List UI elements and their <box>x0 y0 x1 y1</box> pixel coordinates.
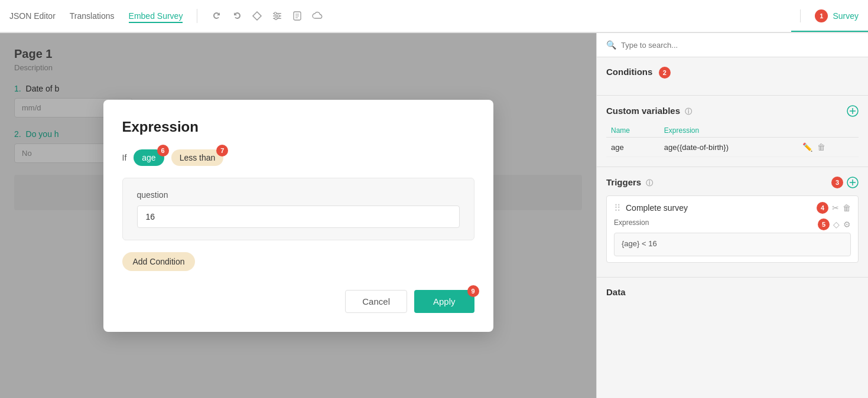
badge-4: 4 <box>817 202 828 214</box>
cv-expression: age({date-of-birth}) <box>659 138 798 157</box>
triggers-title: Triggers ⓘ <box>606 177 653 188</box>
translations-tab[interactable]: Translations <box>70 9 115 23</box>
toolbar-divider <box>197 9 197 23</box>
svg-point-4 <box>277 15 279 17</box>
canvas: Page 1 Description 1. Date of b mm/d 2. … <box>0 33 596 398</box>
expression-modal: Expression If age 6 Less than 7 question <box>103 100 493 332</box>
cv-table: Name Expression age age({date-of-birth})… <box>606 124 859 157</box>
cv-header: Custom variables ⓘ <box>606 105 859 117</box>
trigger-sub-actions: 5 ◇ ⚙ <box>818 218 851 230</box>
cv-title: Custom variables ⓘ <box>606 106 692 117</box>
expression-label: Expression <box>614 218 649 227</box>
triggers-header: Triggers ⓘ 3 <box>606 177 859 188</box>
redo-button[interactable] <box>232 11 242 21</box>
survey-underline <box>791 31 868 32</box>
toolbar-icons <box>212 11 324 21</box>
trigger-actions: 4 ✂ 🗑 <box>817 202 851 214</box>
filter-button[interactable] <box>272 11 282 21</box>
trigger-header: ⠿ Complete survey 4 ✂ 🗑 <box>614 202 851 214</box>
apply-button[interactable]: Apply 9 <box>414 290 474 313</box>
less-than-tag[interactable]: Less than 7 <box>171 149 224 166</box>
embed-survey-tab[interactable]: Embed Survey <box>129 9 183 23</box>
trigger-edit-button[interactable]: ✂ <box>832 202 839 214</box>
toolbar-right: 1 Survey <box>800 9 859 22</box>
toolbar-left: JSON Editor Translations Embed Survey <box>9 9 788 23</box>
badge-7: 7 <box>216 145 228 156</box>
modal-footer: Cancel Apply 9 <box>122 290 474 313</box>
json-editor-tab[interactable]: JSON Editor <box>9 9 56 23</box>
search-bar: 🔍 <box>597 33 868 57</box>
badge-5: 5 <box>818 218 830 230</box>
cv-edit-button[interactable]: ✏️ <box>802 142 812 152</box>
expression-sub-row: Expression 5 ◇ ⚙ <box>614 218 851 230</box>
modal-if-row: If age 6 Less than 7 <box>122 149 474 166</box>
data-title: Data <box>606 287 859 297</box>
search-icon: 🔍 <box>606 40 616 50</box>
col-name: Name <box>606 124 659 138</box>
cv-delete-button[interactable]: 🗑 <box>817 142 825 152</box>
cv-info-icon[interactable]: ⓘ <box>685 107 692 116</box>
right-panel: 🔍 Conditions 2 Custom variables ⓘ <box>596 33 868 398</box>
main-area: Page 1 Description 1. Date of b mm/d 2. … <box>0 33 868 398</box>
add-trigger-button[interactable] <box>847 177 859 188</box>
toolbar: JSON Editor Translations Embed Survey <box>0 0 868 33</box>
book-button[interactable] <box>292 11 303 21</box>
add-condition-button[interactable]: Add Condition <box>122 252 196 271</box>
badge-6: 6 <box>157 145 169 156</box>
if-label: If <box>122 153 127 162</box>
condition-label: question <box>137 190 460 200</box>
badge-2: 2 <box>659 67 671 79</box>
survey-badge: 1 <box>815 9 828 22</box>
conditions-section: Conditions 2 <box>597 57 868 96</box>
cv-actions: ✏️ 🗑 <box>802 142 854 152</box>
expression-clear-button[interactable]: ◇ <box>833 218 840 230</box>
cv-row: age age({date-of-birth}) ✏️ 🗑 <box>606 138 859 157</box>
col-expression: Expression <box>659 124 798 138</box>
add-variable-button[interactable] <box>847 105 859 117</box>
trigger-name: Complete survey <box>626 203 812 213</box>
custom-variables-section: Custom variables ⓘ Name Expression <box>597 96 868 167</box>
condition-input[interactable] <box>137 205 460 228</box>
clear-button[interactable] <box>252 11 262 21</box>
cloud-button[interactable] <box>312 11 324 21</box>
conditions-title: Conditions <box>606 67 652 77</box>
modal-title: Expression <box>122 119 474 135</box>
search-input[interactable] <box>621 41 859 50</box>
expression-value: {age} < 16 <box>614 233 851 256</box>
triggers-info-icon[interactable]: ⓘ <box>646 179 653 187</box>
undo-button[interactable] <box>212 11 222 21</box>
survey-label: Survey <box>833 11 859 21</box>
condition-box: question <box>122 178 474 240</box>
conditions-header: Conditions 2 <box>606 67 859 79</box>
svg-point-3 <box>274 12 277 15</box>
expression-settings-button[interactable]: ⚙ <box>843 218 851 230</box>
badge-3: 3 <box>831 177 843 188</box>
drag-handle[interactable]: ⠿ <box>614 203 621 214</box>
trigger-delete-button[interactable]: 🗑 <box>843 202 851 214</box>
modal-overlay: Expression If age 6 Less than 7 question <box>0 33 596 398</box>
cv-name: age <box>606 138 659 157</box>
age-tag[interactable]: age 6 <box>134 149 164 166</box>
data-section: Data <box>597 278 868 306</box>
triggers-section: Triggers ⓘ 3 ⠿ Complete survey 4 ✂ <box>597 167 868 278</box>
badge-9: 9 <box>467 285 479 297</box>
svg-point-5 <box>275 17 277 19</box>
cancel-button[interactable]: Cancel <box>345 290 407 313</box>
trigger-item: ⠿ Complete survey 4 ✂ 🗑 Expression 5 ◇ ⚙ <box>606 195 859 263</box>
